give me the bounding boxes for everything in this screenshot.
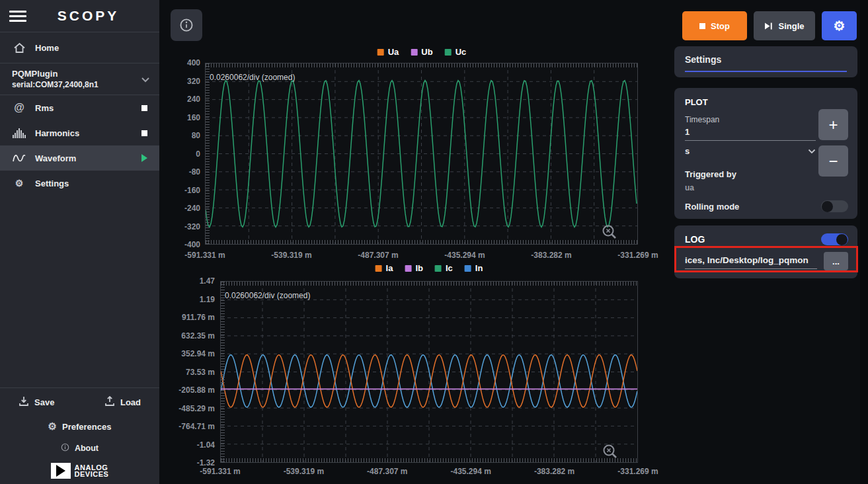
current-waveforms [221, 282, 637, 462]
legend-item-In[interactable]: In [465, 263, 483, 273]
gear-icon: ⚙ [12, 178, 26, 188]
voltage-x-axis-labels: -591.331 m-539.319 m-487.307 m-435.294 m… [205, 251, 638, 261]
y-tick-label: -1.04 [197, 440, 215, 450]
voltage-y-axis-labels: 400320240160800-80-160-240-320-400 [165, 63, 200, 245]
save-button[interactable]: Save [19, 396, 54, 409]
y-tick-label: 632.35 m [181, 331, 215, 341]
log-toggle[interactable] [821, 233, 848, 245]
y-tick-label: 0 [196, 149, 200, 159]
harmonics-stop-indicator[interactable] [141, 130, 147, 136]
timespan-unit-select[interactable]: s [685, 141, 816, 160]
x-tick-label: -331.269 m [617, 467, 658, 476]
y-tick-label: 73.53 m [186, 368, 215, 377]
stop-label: Stop [711, 21, 730, 31]
log-path-input[interactable]: ices, Inc/Desktop/log_pqmon [685, 253, 817, 269]
sidebar-plugin-header[interactable]: PQMPlugin serial:COM37,2400,8n1 [0, 63, 159, 95]
log-settings-card: LOG ices, Inc/Desktop/log_pqmon ... [674, 225, 857, 278]
main-area: Stop Single ⚙ Settings PLOT Timespan 1 s… [159, 0, 868, 484]
chevron-down-icon[interactable] [141, 73, 150, 85]
y-tick-label: 160 [187, 113, 200, 122]
x-tick-label: -539.319 m [271, 251, 311, 260]
legend-item-Ia[interactable]: Ia [375, 263, 393, 273]
y-tick-label: -764.71 m [178, 422, 215, 431]
chevron-down-icon [808, 146, 816, 156]
x-tick-label: -487.307 m [358, 251, 398, 260]
panel-gear-button[interactable]: ⚙ [822, 11, 857, 40]
y-tick-label: 911.76 m [182, 313, 215, 322]
scale-annotation: 0.0260062/div (zoomed) [225, 291, 310, 300]
rolling-mode-toggle[interactable] [821, 200, 848, 212]
y-tick-label: -160 [184, 186, 200, 195]
legend-swatch [375, 265, 382, 272]
info-icon [61, 443, 69, 454]
legend-item-Ua[interactable]: Ua [377, 47, 399, 57]
sidebar-item-waveform[interactable]: Waveform [0, 145, 159, 171]
current-x-axis-labels: -591.331 m-539.319 m-487.307 m-435.294 m… [220, 467, 638, 477]
legend-item-Ub[interactable]: Ub [411, 47, 432, 57]
legend-label: Ic [446, 263, 453, 273]
y-tick-label: 352.94 m [181, 349, 215, 358]
y-tick-label: 1.19 [200, 295, 215, 304]
legend-swatch [411, 49, 417, 56]
legend-swatch [465, 265, 471, 272]
about-button[interactable]: About [61, 443, 99, 454]
waveform-run-indicator[interactable] [141, 154, 147, 162]
browse-button[interactable]: ... [824, 252, 848, 270]
settings-label: Settings [35, 179, 69, 188]
save-icon [19, 396, 29, 409]
legend-item-Ic[interactable]: Ic [435, 263, 453, 273]
sidebar-item-settings[interactable]: ⚙ Settings [0, 171, 159, 196]
waveform-label: Waveform [35, 153, 76, 163]
waveform-icon [12, 153, 26, 163]
hamburger-menu-icon[interactable] [9, 8, 26, 24]
plot-heading: PLOT [685, 97, 848, 107]
legend-item-Ib[interactable]: Ib [405, 263, 423, 273]
legend-label: Ub [421, 47, 432, 57]
stop-button[interactable]: Stop [682, 11, 747, 40]
voltage-waveforms [206, 63, 637, 244]
info-button[interactable] [171, 9, 202, 41]
rms-stop-indicator[interactable] [141, 105, 147, 111]
plot-settings-card: PLOT Timespan 1 s + − Triggered by ua Ro… [674, 88, 857, 219]
rolling-mode-label: Rolling mode [685, 202, 739, 212]
current-plot-area[interactable]: 0.0260062/div (zoomed) [220, 281, 638, 463]
sidebar-item-home[interactable]: Home [0, 32, 159, 63]
timespan-input[interactable]: 1 [685, 124, 816, 141]
home-label: Home [35, 43, 59, 53]
info-icon [179, 18, 194, 32]
log-heading: LOG [685, 234, 705, 245]
load-icon [104, 396, 115, 409]
harmonics-icon [12, 128, 26, 138]
voltage-plot-area[interactable]: 0.0260062/div (zoomed) [205, 63, 638, 245]
timespan-increment-button[interactable]: + [818, 109, 848, 140]
about-label: About [75, 444, 99, 453]
preferences-button[interactable]: ⚙ Preferences [48, 421, 112, 432]
legend-swatch [445, 49, 452, 56]
sidebar-item-rms[interactable]: @ Rms [0, 95, 159, 120]
stop-icon [699, 23, 705, 29]
y-tick-label: 320 [187, 77, 200, 86]
y-tick-label: -240 [184, 204, 200, 213]
legend-label: Uc [455, 47, 467, 57]
timespan-decrement-button[interactable]: − [818, 145, 848, 177]
tick-ruler [221, 282, 225, 462]
voltage-legend: UaUbUc [377, 47, 467, 57]
settings-header-card: Settings [674, 46, 857, 77]
unit-value: s [685, 146, 690, 156]
analog-devices-logo: ANALOG DEVICES [0, 459, 159, 484]
home-icon [12, 42, 26, 54]
load-button[interactable]: Load [104, 396, 141, 409]
plugin-name: PQMPlugin [12, 69, 141, 79]
x-tick-label: -487.307 m [367, 467, 407, 476]
single-button[interactable]: Single [754, 11, 815, 40]
zoom-reset-icon[interactable] [602, 443, 619, 460]
sidebar-item-harmonics[interactable]: Harmonics [0, 120, 159, 145]
zoom-reset-icon[interactable] [601, 223, 618, 241]
x-tick-label: -539.319 m [284, 467, 324, 476]
x-tick-label: -435.294 m [444, 251, 485, 260]
y-tick-label: 240 [187, 95, 200, 104]
scrollbar-rail[interactable] [860, 0, 868, 484]
legend-item-Uc[interactable]: Uc [445, 47, 467, 57]
harmonics-label: Harmonics [35, 128, 79, 138]
rms-icon: @ [12, 102, 26, 114]
